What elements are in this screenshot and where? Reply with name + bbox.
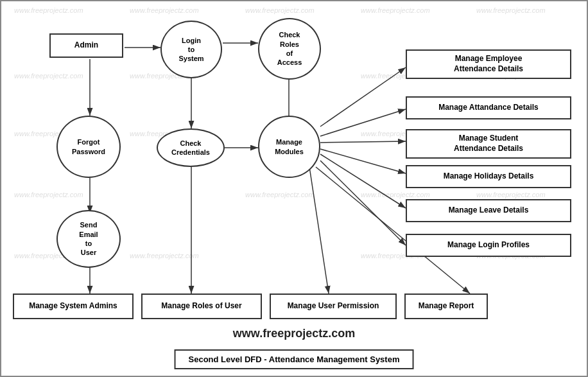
watermark-17: www.freeprojectz.com [476,191,546,198]
footer-title: Second Level DFD - Attendance Management… [175,349,414,369]
check-credentials-node: Check Credentials [157,128,225,167]
manage-employee-node: Manage Employee Attendance Details [406,49,571,79]
manage-report-node: Manage Report [404,294,488,319]
svg-line-15 [309,167,329,294]
manage-modules-node: Manage Modules [258,116,320,178]
watermark-1: www.freeprojectz.com [14,6,83,14]
manage-student-node: Manage Student Attendance Details [406,129,571,159]
svg-line-13 [320,154,406,208]
manage-attendance-node: Manage Attandance Details [406,96,571,119]
admin-node: Admin [49,33,123,58]
manage-leave-node: Manage Leave Details [406,199,571,222]
svg-line-10 [320,109,406,136]
watermark-19: www.freeprojectz.com [130,252,199,259]
svg-line-12 [320,149,406,173]
manage-user-permission-node: Manage User Permission [270,294,397,319]
watermark-14: www.freeprojectz.com [14,191,83,198]
svg-line-11 [320,141,406,143]
watermark-15: www.freeprojectz.com [245,191,315,198]
watermark-5: www.freeprojectz.com [476,6,546,14]
watermark-16: www.freeprojectz.com [361,191,430,198]
check-roles-node: Check Roles of Access [258,18,321,80]
watermark-2: www.freeprojectz.com [130,6,199,14]
watermark-4: www.freeprojectz.com [361,6,430,14]
login-to-system-node: Login to System [160,21,222,78]
send-email-node: Send Email to User [56,210,121,268]
forgot-password-node: Forgot Password [56,116,121,178]
svg-line-14 [320,161,406,245]
manage-login-node: Manage Login Profiles [406,234,571,257]
diagram-container: www.freeprojectz.com www.freeprojectz.co… [0,0,588,377]
manage-roles-node: Manage Roles of User [141,294,262,319]
manage-holidays-node: Manage Holidays Details [406,165,571,188]
svg-line-9 [320,67,406,127]
manage-system-admins-node: Manage System Admins [13,294,134,319]
watermark-6: www.freeprojectz.com [14,72,83,80]
footer-watermark: www.freeprojectz.com [1,327,587,340]
watermark-3: www.freeprojectz.com [245,6,315,14]
